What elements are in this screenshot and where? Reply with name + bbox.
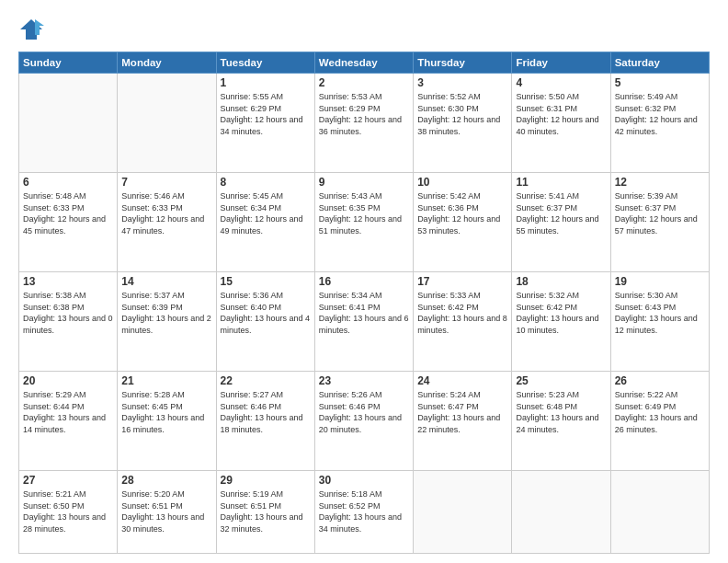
day-number: 20 bbox=[23, 374, 113, 387]
calendar-cell: 2Sunrise: 5:53 AM Sunset: 6:29 PM Daylig… bbox=[314, 74, 413, 173]
day-number: 29 bbox=[221, 474, 311, 487]
day-number: 2 bbox=[319, 76, 409, 89]
calendar-header-monday: Monday bbox=[118, 52, 216, 74]
calendar-cell: 15Sunrise: 5:36 AM Sunset: 6:40 PM Dayli… bbox=[216, 271, 314, 371]
calendar-cell bbox=[19, 74, 118, 173]
day-info: Sunrise: 5:49 AM Sunset: 6:32 PM Dayligh… bbox=[615, 91, 705, 137]
svg-marker-1 bbox=[35, 19, 44, 35]
day-number: 10 bbox=[417, 176, 507, 189]
day-number: 23 bbox=[319, 374, 409, 387]
logo-icon bbox=[18, 17, 44, 42]
calendar-cell: 23Sunrise: 5:26 AM Sunset: 6:46 PM Dayli… bbox=[314, 371, 413, 470]
day-info: Sunrise: 5:38 AM Sunset: 6:38 PM Dayligh… bbox=[23, 290, 113, 336]
calendar-week-row: 1Sunrise: 5:55 AM Sunset: 6:29 PM Daylig… bbox=[19, 74, 710, 173]
calendar-cell: 3Sunrise: 5:52 AM Sunset: 6:30 PM Daylig… bbox=[414, 74, 512, 173]
calendar-week-row: 27Sunrise: 5:21 AM Sunset: 6:50 PM Dayli… bbox=[19, 470, 710, 553]
day-number: 21 bbox=[121, 374, 211, 387]
calendar-cell: 18Sunrise: 5:32 AM Sunset: 6:42 PM Dayli… bbox=[512, 271, 610, 371]
calendar-cell: 24Sunrise: 5:24 AM Sunset: 6:47 PM Dayli… bbox=[414, 371, 512, 470]
day-info: Sunrise: 5:26 AM Sunset: 6:46 PM Dayligh… bbox=[319, 389, 409, 435]
day-info: Sunrise: 5:28 AM Sunset: 6:45 PM Dayligh… bbox=[121, 389, 211, 435]
day-info: Sunrise: 5:50 AM Sunset: 6:31 PM Dayligh… bbox=[516, 91, 606, 137]
day-info: Sunrise: 5:33 AM Sunset: 6:42 PM Dayligh… bbox=[417, 290, 507, 336]
day-info: Sunrise: 5:19 AM Sunset: 6:51 PM Dayligh… bbox=[221, 488, 311, 534]
day-info: Sunrise: 5:41 AM Sunset: 6:37 PM Dayligh… bbox=[516, 190, 606, 236]
calendar-cell bbox=[610, 470, 709, 553]
calendar-cell: 13Sunrise: 5:38 AM Sunset: 6:38 PM Dayli… bbox=[19, 271, 118, 371]
calendar-cell: 6Sunrise: 5:48 AM Sunset: 6:33 PM Daylig… bbox=[19, 172, 118, 271]
calendar-cell: 29Sunrise: 5:19 AM Sunset: 6:51 PM Dayli… bbox=[216, 470, 314, 553]
logo bbox=[18, 17, 48, 42]
calendar-header-row: SundayMondayTuesdayWednesdayThursdayFrid… bbox=[19, 52, 710, 74]
day-number: 12 bbox=[615, 176, 705, 189]
calendar-week-row: 6Sunrise: 5:48 AM Sunset: 6:33 PM Daylig… bbox=[19, 172, 710, 271]
calendar-cell: 11Sunrise: 5:41 AM Sunset: 6:37 PM Dayli… bbox=[512, 172, 610, 271]
calendar-cell: 1Sunrise: 5:55 AM Sunset: 6:29 PM Daylig… bbox=[216, 74, 314, 173]
calendar-header-tuesday: Tuesday bbox=[216, 52, 314, 74]
calendar-cell: 12Sunrise: 5:39 AM Sunset: 6:37 PM Dayli… bbox=[610, 172, 709, 271]
day-number: 27 bbox=[23, 474, 113, 487]
calendar-cell: 4Sunrise: 5:50 AM Sunset: 6:31 PM Daylig… bbox=[512, 74, 610, 173]
calendar-cell: 19Sunrise: 5:30 AM Sunset: 6:43 PM Dayli… bbox=[610, 271, 709, 371]
day-info: Sunrise: 5:39 AM Sunset: 6:37 PM Dayligh… bbox=[615, 190, 705, 236]
day-number: 8 bbox=[221, 176, 311, 189]
day-info: Sunrise: 5:48 AM Sunset: 6:33 PM Dayligh… bbox=[23, 190, 113, 236]
calendar-cell: 10Sunrise: 5:42 AM Sunset: 6:36 PM Dayli… bbox=[414, 172, 512, 271]
calendar-cell: 26Sunrise: 5:22 AM Sunset: 6:49 PM Dayli… bbox=[610, 371, 709, 470]
calendar-cell: 5Sunrise: 5:49 AM Sunset: 6:32 PM Daylig… bbox=[610, 74, 709, 173]
day-info: Sunrise: 5:21 AM Sunset: 6:50 PM Dayligh… bbox=[23, 488, 113, 534]
calendar-cell: 8Sunrise: 5:45 AM Sunset: 6:34 PM Daylig… bbox=[216, 172, 314, 271]
day-number: 9 bbox=[319, 176, 409, 189]
calendar-cell: 27Sunrise: 5:21 AM Sunset: 6:50 PM Dayli… bbox=[19, 470, 118, 553]
day-info: Sunrise: 5:20 AM Sunset: 6:51 PM Dayligh… bbox=[121, 488, 211, 534]
day-number: 19 bbox=[615, 275, 705, 288]
calendar-week-row: 20Sunrise: 5:29 AM Sunset: 6:44 PM Dayli… bbox=[19, 371, 710, 470]
day-number: 22 bbox=[221, 374, 311, 387]
calendar-table: SundayMondayTuesdayWednesdayThursdayFrid… bbox=[18, 52, 710, 554]
calendar-cell: 17Sunrise: 5:33 AM Sunset: 6:42 PM Dayli… bbox=[414, 271, 512, 371]
day-number: 17 bbox=[417, 275, 507, 288]
day-number: 7 bbox=[121, 176, 211, 189]
calendar-cell: 25Sunrise: 5:23 AM Sunset: 6:48 PM Dayli… bbox=[512, 371, 610, 470]
calendar-week-row: 13Sunrise: 5:38 AM Sunset: 6:38 PM Dayli… bbox=[19, 271, 710, 371]
day-info: Sunrise: 5:46 AM Sunset: 6:33 PM Dayligh… bbox=[121, 190, 211, 236]
calendar-header-saturday: Saturday bbox=[610, 52, 709, 74]
calendar-cell: 30Sunrise: 5:18 AM Sunset: 6:52 PM Dayli… bbox=[314, 470, 413, 553]
day-number: 28 bbox=[121, 474, 211, 487]
day-number: 18 bbox=[516, 275, 606, 288]
header bbox=[18, 17, 710, 42]
day-number: 30 bbox=[319, 474, 409, 487]
day-info: Sunrise: 5:23 AM Sunset: 6:48 PM Dayligh… bbox=[516, 389, 606, 435]
calendar-header-thursday: Thursday bbox=[414, 52, 512, 74]
day-number: 25 bbox=[516, 374, 606, 387]
day-info: Sunrise: 5:43 AM Sunset: 6:35 PM Dayligh… bbox=[319, 190, 409, 236]
day-info: Sunrise: 5:55 AM Sunset: 6:29 PM Dayligh… bbox=[221, 91, 311, 137]
day-info: Sunrise: 5:42 AM Sunset: 6:36 PM Dayligh… bbox=[417, 190, 507, 236]
calendar-header-wednesday: Wednesday bbox=[314, 52, 413, 74]
day-info: Sunrise: 5:53 AM Sunset: 6:29 PM Dayligh… bbox=[319, 91, 409, 137]
calendar-header-friday: Friday bbox=[512, 52, 610, 74]
calendar-cell: 28Sunrise: 5:20 AM Sunset: 6:51 PM Dayli… bbox=[118, 470, 216, 553]
day-number: 26 bbox=[615, 374, 705, 387]
day-number: 24 bbox=[417, 374, 507, 387]
day-info: Sunrise: 5:37 AM Sunset: 6:39 PM Dayligh… bbox=[121, 290, 211, 336]
day-info: Sunrise: 5:34 AM Sunset: 6:41 PM Dayligh… bbox=[319, 290, 409, 336]
day-number: 3 bbox=[417, 76, 507, 89]
day-number: 15 bbox=[221, 275, 311, 288]
day-info: Sunrise: 5:29 AM Sunset: 6:44 PM Dayligh… bbox=[23, 389, 113, 435]
calendar-cell bbox=[414, 470, 512, 553]
day-info: Sunrise: 5:52 AM Sunset: 6:30 PM Dayligh… bbox=[417, 91, 507, 137]
day-number: 4 bbox=[516, 76, 606, 89]
day-number: 13 bbox=[23, 275, 113, 288]
day-info: Sunrise: 5:30 AM Sunset: 6:43 PM Dayligh… bbox=[615, 290, 705, 336]
day-number: 6 bbox=[23, 176, 113, 189]
day-info: Sunrise: 5:32 AM Sunset: 6:42 PM Dayligh… bbox=[516, 290, 606, 336]
day-number: 5 bbox=[615, 76, 705, 89]
day-number: 16 bbox=[319, 275, 409, 288]
day-info: Sunrise: 5:24 AM Sunset: 6:47 PM Dayligh… bbox=[417, 389, 507, 435]
calendar-cell: 14Sunrise: 5:37 AM Sunset: 6:39 PM Dayli… bbox=[118, 271, 216, 371]
calendar-cell: 9Sunrise: 5:43 AM Sunset: 6:35 PM Daylig… bbox=[314, 172, 413, 271]
calendar-cell bbox=[118, 74, 216, 173]
day-number: 14 bbox=[121, 275, 211, 288]
calendar-cell: 21Sunrise: 5:28 AM Sunset: 6:45 PM Dayli… bbox=[118, 371, 216, 470]
